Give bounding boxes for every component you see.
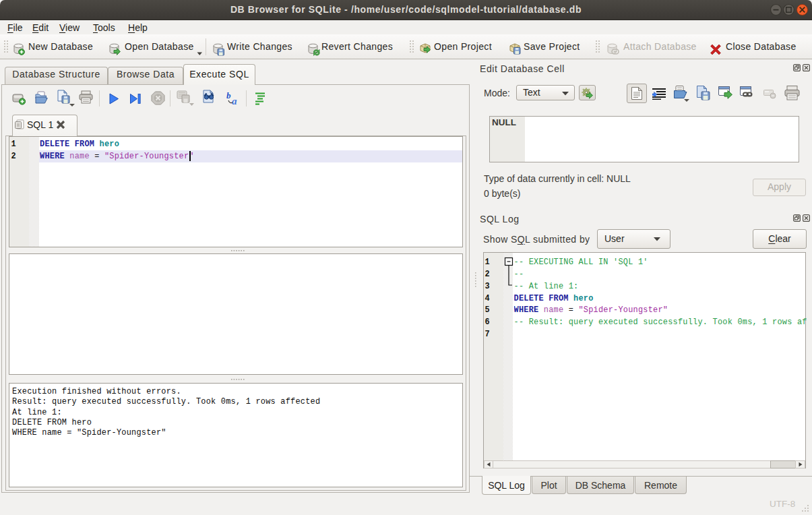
- svg-text:a: a: [232, 96, 237, 107]
- svg-text:b: b: [226, 90, 231, 100]
